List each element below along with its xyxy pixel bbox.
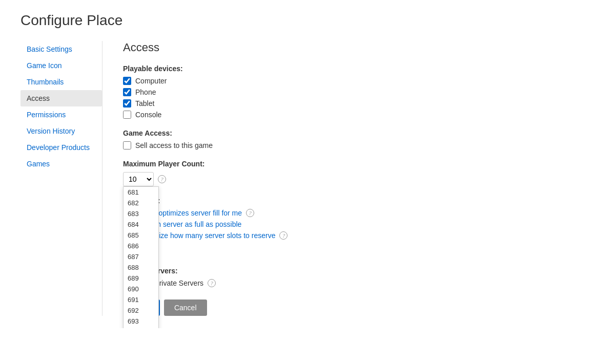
computer-checkbox[interactable] [123, 77, 131, 85]
tablet-checkbox-row: Tablet [123, 99, 574, 108]
dropdown-item-685[interactable]: 685 [124, 230, 158, 241]
tablet-checkbox[interactable] [123, 99, 131, 108]
console-checkbox-row: Console [123, 111, 574, 119]
customize-row: Customize how many server slots to reser… [123, 231, 574, 240]
dropdown-item-690[interactable]: 690 [124, 284, 158, 294]
private-servers-label: Private Servers: [123, 267, 574, 275]
playable-devices-label: Playable devices: [123, 65, 574, 73]
player-count-dropdown-list[interactable]: 681 682 683 684 685 686 687 688 689 690 … [123, 186, 159, 328]
page-title: Configure Place [20, 12, 594, 29]
dropdown-item-691[interactable]: 691 [124, 294, 158, 305]
player-count-help-icon[interactable]: ? [158, 175, 166, 183]
dropdown-item-684[interactable]: 684 [124, 219, 158, 230]
sidebar-item-version-history[interactable]: Version History [20, 123, 102, 139]
console-label: Console [135, 111, 161, 119]
private-servers-section: Private Servers: Allow Private Servers ? [123, 267, 574, 287]
roblox-optimizes-help-icon[interactable]: ? [246, 209, 254, 217]
player-count-dropdown-container: 10 681 682 683 684 685 686 687 688 [123, 172, 154, 186]
sidebar-item-access[interactable]: Access [20, 90, 102, 106]
computer-checkbox-row: Computer [123, 77, 574, 85]
sell-access-label: Sell access to this game [135, 141, 213, 149]
cancel-button[interactable]: Cancel [164, 299, 207, 316]
player-count-select[interactable]: 10 [123, 172, 154, 186]
sidebar-item-basic-settings[interactable]: Basic Settings [20, 41, 102, 57]
sidebar-item-permissions[interactable]: Permissions [20, 106, 102, 123]
player-count-row: 10 681 682 683 684 685 686 687 688 [123, 172, 574, 186]
customize-help-icon[interactable]: ? [279, 231, 288, 240]
dropdown-item-692[interactable]: 692 [124, 305, 158, 316]
max-player-count-group: Maximum Player Count: 10 681 682 683 684… [123, 160, 574, 186]
phone-checkbox-row: Phone [123, 88, 574, 96]
dropdown-item-683[interactable]: 683 [124, 208, 158, 219]
phone-checkbox[interactable] [123, 88, 131, 96]
tablet-label: Tablet [135, 99, 154, 108]
section-title: Access [123, 41, 574, 54]
dropdown-item-693[interactable]: 693 [124, 316, 158, 327]
dropdown-item-694[interactable]: 694 [124, 327, 158, 328]
game-access-label: Game Access: [123, 129, 574, 137]
dropdown-item-689[interactable]: 689 [124, 273, 158, 284]
console-checkbox[interactable] [123, 111, 131, 119]
private-servers-help-icon[interactable]: ? [208, 279, 216, 287]
sidebar-item-games[interactable]: Games [20, 156, 102, 172]
main-content: Access Playable devices: Computer Phone … [102, 41, 594, 316]
dropdown-item-688[interactable]: 688 [124, 262, 158, 273]
dropdown-item-682[interactable]: 682 [124, 198, 158, 208]
server-fill-section: Server Fill: Roblox optimizes server fil… [123, 197, 574, 256]
roblox-optimizes-row: Roblox optimizes server fill for me ? [123, 209, 574, 217]
dropdown-item-686[interactable]: 686 [124, 241, 158, 251]
max-player-count-label: Maximum Player Count: [123, 160, 574, 168]
sidebar: Basic Settings Game Icon Thumbnails Acce… [20, 41, 102, 316]
sidebar-item-developer-products[interactable]: Developer Products [20, 139, 102, 156]
phone-label: Phone [135, 88, 156, 96]
server-fill-label: Server Fill: [123, 197, 574, 205]
allow-private-servers-row: Allow Private Servers ? [123, 279, 574, 287]
fill-each-row: Fill each server as full as possible [123, 220, 574, 228]
playable-devices-group: Playable devices: Computer Phone Tablet … [123, 65, 574, 119]
dropdown-item-687[interactable]: 687 [124, 251, 158, 262]
game-access-group: Game Access: Sell access to this game [123, 129, 574, 149]
sidebar-item-game-icon[interactable]: Game Icon [20, 57, 102, 74]
computer-label: Computer [135, 77, 167, 85]
sell-access-checkbox-row: Sell access to this game [123, 141, 574, 149]
buttons-row: Save Cancel [123, 299, 574, 316]
dropdown-item-681[interactable]: 681 [124, 187, 158, 198]
sell-access-checkbox[interactable] [123, 141, 131, 149]
sidebar-item-thumbnails[interactable]: Thumbnails [20, 74, 102, 90]
